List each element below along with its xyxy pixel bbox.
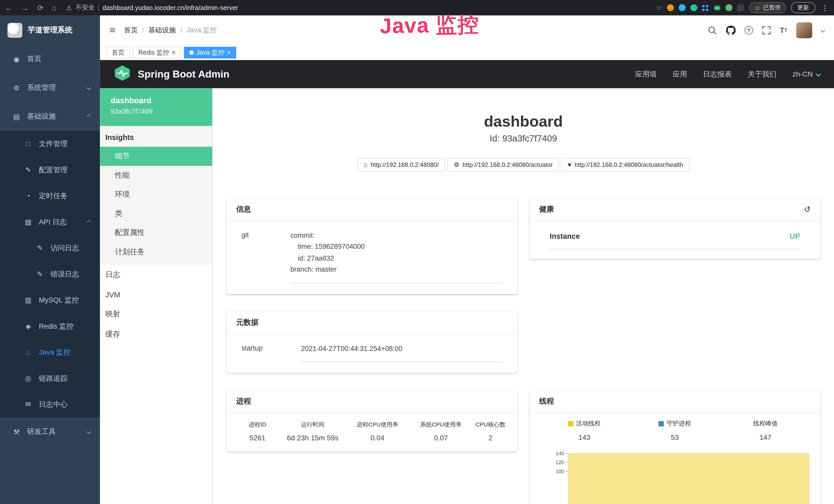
- health-link[interactable]: ♥ http://192.168.0.2:48080/actuator/heal…: [561, 158, 689, 172]
- sidebar-item-apilog[interactable]: ▧ API 日志: [0, 209, 100, 235]
- close-icon[interactable]: ×: [172, 49, 176, 56]
- font-size-icon[interactable]: TT: [780, 26, 787, 35]
- close-icon[interactable]: ×: [227, 49, 231, 56]
- home-icon: ⌂: [364, 161, 368, 168]
- search-icon[interactable]: [708, 26, 717, 35]
- instance-header[interactable]: dashboard 93a3fc7f7409: [100, 88, 212, 126]
- tab-redis-monitor[interactable]: Redis 监控 ×: [133, 47, 181, 59]
- file-icon: □: [23, 140, 33, 148]
- metadata-row-startup: startup 2021-04-27T00:44:31.254+08:00: [241, 343, 502, 362]
- forward-icon[interactable]: →: [21, 3, 29, 12]
- active-dot: [189, 51, 194, 55]
- breadcrumb-item[interactable]: 基础设施: [148, 25, 176, 35]
- sidebar-item-config[interactable]: ✎ 配置管理: [0, 157, 100, 183]
- sidebar-item-java[interactable]: ♨ Java 监控: [0, 339, 100, 365]
- tab-label: 首页: [112, 48, 125, 57]
- sidebar-item-job[interactable]: ◔ 定时任务: [0, 183, 100, 209]
- sidebar-item-logcenter[interactable]: ✉ 日志中心: [0, 391, 100, 417]
- sba-nav-about[interactable]: 关于我们: [748, 69, 776, 79]
- sba-side-item-scheduled-tasks[interactable]: 计划任务: [100, 243, 212, 261]
- bookmark-star-icon[interactable]: ☆: [656, 4, 662, 12]
- app-logo-row[interactable]: 芋道管理系统: [0, 16, 100, 45]
- sidebar-item-trace[interactable]: ◎ 链路追踪: [0, 365, 100, 391]
- threads-card: 线程 活动线程 143: [529, 390, 820, 504]
- app-title: 芋道管理系统: [28, 25, 72, 35]
- sidebar-item-accesslog[interactable]: ✎ 访问日志: [0, 235, 100, 261]
- legend-label: 活动线程: [576, 419, 600, 428]
- sidebar-item-system[interactable]: ⚙ 系统管理: [0, 73, 100, 102]
- browser-menu-icon[interactable]: ⋮: [821, 3, 829, 12]
- extensions-puzzle-icon[interactable]: [737, 4, 744, 11]
- browser-home-icon[interactable]: ⌂: [52, 3, 57, 12]
- help-icon[interactable]: ?: [745, 26, 753, 35]
- column-header: CPU核心数: [471, 416, 510, 431]
- security-warning-icon: ⚠: [66, 4, 72, 12]
- top-header: ≡ 首页 / 基础设施 / Java 监控 ?: [100, 16, 834, 45]
- extension-icon-3[interactable]: [690, 4, 697, 11]
- threads-chart-yaxis: 140 120 100: [550, 449, 568, 504]
- sidebar-item-redis[interactable]: ◈ Redis 监控: [0, 313, 100, 339]
- history-icon[interactable]: ↺: [804, 205, 811, 214]
- column-header: 进程ID: [234, 416, 281, 431]
- sba-nav-wall[interactable]: 应用墙: [635, 69, 657, 79]
- legend-value: 143: [539, 433, 630, 441]
- sba-side-item-logs[interactable]: 日志: [100, 265, 212, 285]
- sidebar-item-label: 配置管理: [39, 165, 68, 175]
- redis-icon: ◈: [23, 322, 33, 330]
- mysql-icon: ▥: [23, 296, 33, 304]
- sba-side-item-environment[interactable]: 环境: [100, 185, 212, 204]
- github-icon[interactable]: [726, 25, 736, 35]
- extension-icon-1[interactable]: [667, 4, 674, 11]
- reload-icon[interactable]: ⟳: [37, 3, 43, 12]
- sidebar-item-label: 错误日志: [50, 269, 79, 279]
- legend-peak-threads: 线程峰值 147: [720, 419, 811, 441]
- tab-java-monitor[interactable]: Java 监控 ×: [184, 47, 236, 59]
- sba-nav-journal[interactable]: 日志报表: [703, 69, 732, 79]
- sba-nav-links: 应用墙 应用 日志报表 关于我们 zh-CN: [635, 69, 820, 79]
- sba-side-item-performance[interactable]: 性能: [100, 166, 212, 185]
- legend-live-threads: 活动线程 143: [539, 419, 630, 441]
- fullscreen-icon[interactable]: [762, 26, 771, 35]
- sba-side-item-details[interactable]: 细节: [100, 147, 212, 166]
- sba-logo-icon[interactable]: [114, 66, 131, 83]
- back-icon[interactable]: ←: [5, 3, 13, 12]
- hamburger-icon[interactable]: ≡: [110, 24, 115, 36]
- sidebar-item-file[interactable]: □ 文件管理: [0, 131, 100, 157]
- sba-side-item-mappings[interactable]: 映射: [100, 304, 212, 324]
- paused-badge[interactable]: ☺ 已暂停: [749, 2, 786, 13]
- instance-name: dashboard: [111, 96, 202, 105]
- actuator-link[interactable]: ⚙ http://192.168.0.2:48080/actuator: [447, 158, 559, 172]
- sba-language-select[interactable]: zh-CN: [792, 70, 820, 78]
- url-text[interactable]: dashboard.yudao.iocoder.cn/infra/admin-s…: [103, 4, 238, 12]
- browser-nav: ← → ⟳ ⌂: [5, 3, 57, 12]
- instance-home-link[interactable]: ⌂ http://192.168.0.2:48080/: [357, 158, 445, 172]
- sidebar-item-label: 研发工具: [27, 427, 56, 436]
- sba-side-item-jvm[interactable]: JVM: [100, 285, 212, 304]
- sba-side-item-config-props[interactable]: 配置属性: [100, 223, 212, 243]
- health-row-instance[interactable]: Instance UP: [549, 229, 801, 249]
- extension-icon-4[interactable]: [702, 4, 709, 11]
- chevron-up-icon: [87, 114, 91, 119]
- extension-icon-pin-on[interactable]: on: [714, 4, 721, 11]
- avatar[interactable]: [796, 22, 812, 38]
- address-bar[interactable]: ⚠ 不安全 dashboard.yudao.iocoder.cn/infra/a…: [66, 3, 652, 12]
- tab-home[interactable]: 首页: [106, 47, 130, 59]
- avatar-caret-icon[interactable]: [821, 28, 825, 32]
- sba-side-item-caches[interactable]: 缓存: [100, 324, 212, 345]
- sidebar-item-mysql[interactable]: ▥ MySQL 监控: [0, 287, 100, 313]
- breadcrumb-separator: /: [180, 26, 182, 35]
- threads-chart-plot: [568, 449, 810, 504]
- sba-nav-applications[interactable]: 应用: [673, 69, 687, 79]
- sidebar-item-devtools[interactable]: ⚒ 研发工具: [0, 417, 100, 446]
- threads-chart: 140 120 100: [539, 449, 811, 504]
- extension-icon-2[interactable]: [679, 4, 685, 11]
- sidebar-item-errorlog[interactable]: ✎ 错误日志: [0, 261, 100, 287]
- process-table: 进程ID 运行时间 进程CPU使用率 系统CPU使用率 CPU核心数 5261: [234, 416, 510, 446]
- sba-side-item-classes[interactable]: 类: [100, 204, 212, 223]
- sidebar-item-infra[interactable]: ▤ 基础设施: [0, 102, 100, 131]
- sba-brand[interactable]: Spring Boot Admin: [138, 68, 229, 80]
- sidebar-item-home[interactable]: ◉ 首页: [0, 45, 100, 73]
- breadcrumb-item[interactable]: 首页: [124, 25, 138, 35]
- extension-icon-5[interactable]: [725, 4, 732, 11]
- update-button[interactable]: 更新: [791, 2, 815, 13]
